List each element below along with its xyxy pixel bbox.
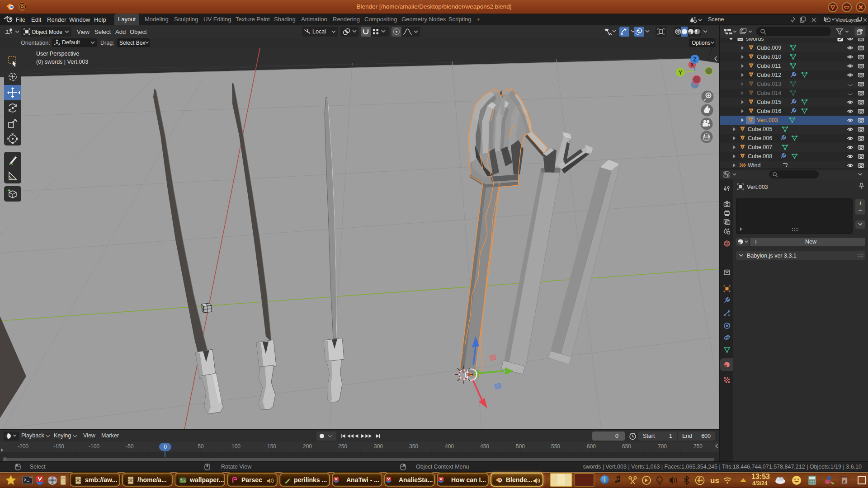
svg-text:a: a bbox=[843, 478, 845, 484]
svg-text:(0) swords | Vert.003: (0) swords | Vert.003 bbox=[36, 59, 88, 65]
svg-text:Y: Y bbox=[679, 70, 682, 76]
svg-text:User Perspective: User Perspective bbox=[36, 51, 79, 57]
svg-text:us: us bbox=[710, 476, 719, 485]
svg-text:Z: Z bbox=[693, 56, 696, 63]
